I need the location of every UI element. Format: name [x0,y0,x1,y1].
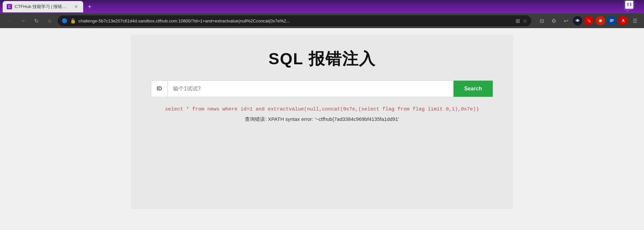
tab-favicon: C [7,4,12,9]
home-button[interactable]: ⌂ [44,15,55,26]
address-text: challenge-5b7c13e207c61d4d.sandbox.ctfhu… [78,18,513,23]
settings-icon[interactable]: ⚙ [549,16,559,26]
ext-icon-5[interactable]: A [619,16,628,25]
forward-button[interactable]: → [17,15,28,26]
sql-query-display: select * from news where id=1 and extrac… [165,106,479,112]
address-bar[interactable]: 🔵 🔒 challenge-5b7c13e207c61d4d.sandbox.c… [58,15,531,26]
search-input[interactable] [168,81,453,97]
nav-bar: ← → ↻ ⌂ 🔵 🔒 challenge-5b7c13e207c61d4d.s… [0,13,644,28]
browser-logo [623,0,641,13]
page-title: SQL 报错注入 [268,48,375,70]
reload-button[interactable]: ↻ [31,15,42,26]
content-panel: SQL 报错注入 ID Search select * from news wh… [131,35,513,209]
menu-icon[interactable]: ☰ [630,16,640,26]
browser-chrome: C CTFHub 技能学习 | 报错注入 ✕ + ← → ↻ ⌂ 🔵 [0,0,644,222]
twitch-logo [623,0,636,13]
new-tab-button[interactable]: + [85,2,95,12]
svg-marker-3 [624,1,635,13]
sidebar-icon[interactable]: ⊟ [537,16,547,26]
extensions-icon[interactable]: ⊞ [516,18,520,24]
active-tab[interactable]: C CTFHub 技能学习 | 报错注入 ✕ [3,1,83,12]
search-form: ID Search [151,80,493,97]
page-content: SQL 报错注入 ID Search select * from news wh… [0,28,644,222]
error-message: 查询错误: XPATH syntax error: '~ctfhub{7ad33… [245,116,399,123]
tab-title: CTFHub 技能学习 | 报错注入 [15,4,70,10]
id-label: ID [151,81,168,97]
search-button[interactable]: Search [453,81,493,97]
ext-icon-2[interactable]: 🔖 [584,16,594,25]
ext-icon-3[interactable]: ⊗ [596,16,605,25]
ext-icon-4[interactable]: IP [607,16,616,25]
nav-right-icons: ⊟ ⚙ ↩ 👁 🔖 ⊗ IP A ☰ [537,16,640,26]
security-icon: 🔵 [62,18,67,23]
lock-icon: 🔒 [70,18,76,23]
undo-icon[interactable]: ↩ [561,16,571,26]
tab-bar: C CTFHub 技能学习 | 报错注入 ✕ + [0,0,644,13]
tab-close-button[interactable]: ✕ [73,4,79,10]
bookmark-icon[interactable]: ☆ [523,18,527,24]
ext-icon-1[interactable]: 👁 [573,16,582,25]
back-button[interactable]: ← [4,15,15,26]
